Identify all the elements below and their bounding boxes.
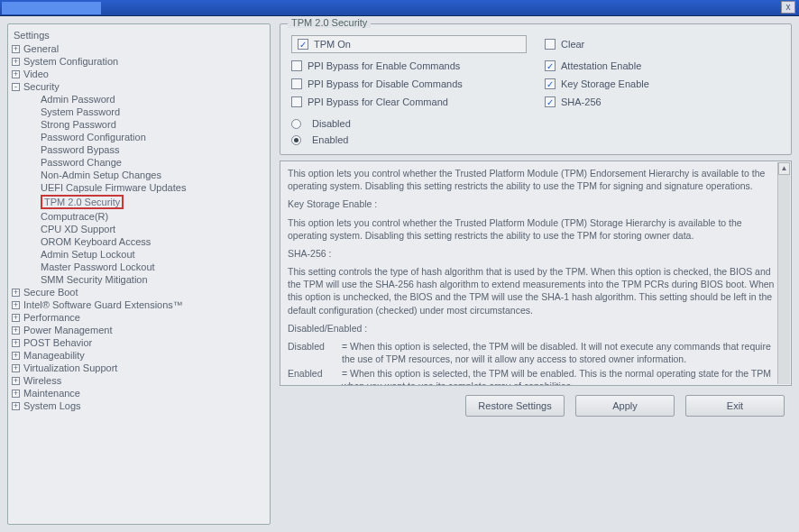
tree-item[interactable]: +Secure Boot [12,286,266,298]
tree-item[interactable]: +System Configuration [12,55,266,68]
tree-label: Secure Boot [23,287,78,298]
expand-icon[interactable]: + [12,377,20,385]
expand-icon[interactable]: + [12,402,20,410]
tree-subitem[interactable]: SMM Security Mitigation [41,273,266,286]
close-button[interactable]: x [781,1,795,14]
checkbox-option[interactable]: ✓Attestation Enable [545,60,780,71]
button-bar: Restore Settings Apply Exit [280,391,792,417]
main-area: Settings +General+System Configuration+V… [0,16,799,532]
tree-label: System Configuration [23,56,118,67]
expand-icon[interactable]: + [12,352,20,360]
tree-label: TPM 2.0 Security [41,195,124,209]
tree-label: System Logs [23,400,81,411]
tree-item-security[interactable]: - Security [12,80,266,93]
expand-icon[interactable]: + [12,58,20,66]
tree-label: UEFI Capsule Firmware Updates [41,182,186,193]
expand-icon[interactable]: + [12,45,20,53]
exit-button[interactable]: Exit [685,395,785,417]
collapse-icon[interactable]: - [12,83,20,91]
restore-settings-button[interactable]: Restore Settings [465,395,565,417]
tree-subitem[interactable]: Non-Admin Setup Changes [41,169,266,181]
expand-icon[interactable]: + [12,339,20,347]
tree-subitem[interactable]: Password Configuration [41,131,266,143]
expand-icon[interactable]: + [12,301,20,309]
tree-label: Strong Password [41,119,116,130]
titlebar-accent [2,2,101,14]
tree-item[interactable]: +General [12,42,266,55]
tree-label: Password Configuration [41,132,146,142]
desc-paragraph: This option lets you control whether the… [288,167,778,192]
tree-item[interactable]: +Manageability [12,349,266,362]
tree-subitem[interactable]: Strong Password [41,118,266,131]
checkbox-option[interactable]: ✓TPM On [291,35,527,53]
checkbox-icon[interactable] [545,39,556,50]
tree-label: Admin Setup Lockout [41,249,135,260]
option-label: Attestation Enable [561,60,641,71]
tree-item[interactable]: +System Logs [12,399,266,412]
tree-label: Master Password Lockout [41,261,155,272]
checkbox-icon[interactable]: ✓ [545,60,556,71]
tree-subitem-selected[interactable]: TPM 2.0 Security [41,194,266,210]
tree-label: Wireless [23,375,61,386]
tree-item[interactable]: +POST Behavior [12,336,266,349]
tree-subitem[interactable]: CPU XD Support [41,223,266,235]
radio-icon[interactable] [291,135,301,145]
tree-subitem[interactable]: Computrace(R) [41,210,266,223]
checkbox-icon[interactable] [291,96,302,107]
expand-icon[interactable]: + [12,289,20,297]
tree-label: Security [23,81,60,92]
checkbox-icon[interactable]: ✓ [545,96,556,107]
tree-label: Manageability [23,350,85,361]
checkbox-option[interactable]: PPI Bypass for Disable Commands [291,78,527,89]
checkbox-option[interactable]: PPI Bypass for Enable Commands [291,60,527,71]
checkbox-option[interactable]: PPI Bypass for Clear Command [291,96,527,107]
radio-option[interactable]: Disabled [291,118,780,129]
tree-label: OROM Keyboard Access [41,236,151,247]
checkbox-icon[interactable]: ✓ [545,78,556,89]
tree-subitem[interactable]: Password Change [41,156,266,169]
tree-label: Video [23,69,49,79]
tree-subitem[interactable]: System Password [41,105,266,118]
checkbox-icon[interactable] [291,78,302,89]
tree-subitem[interactable]: Admin Setup Lockout [41,248,266,261]
option-label: TPM On [314,39,351,50]
tree-subitem[interactable]: Password Bypass [41,143,266,156]
tree-label: General [23,43,59,54]
tree-subitem[interactable]: UEFI Capsule Firmware Updates [41,181,266,194]
tree-subitem[interactable]: Master Password Lockout [41,261,266,273]
expand-icon[interactable]: + [12,326,20,335]
checkbox-icon[interactable] [291,60,302,71]
tree-item[interactable]: +Video [12,68,266,80]
scroll-up-icon[interactable]: ▲ [778,162,790,175]
tree-item[interactable]: +Maintenance [12,387,266,399]
desc-heading: Disabled/Enabled : [288,322,778,335]
tree-subitem[interactable]: OROM Keyboard Access [41,235,266,248]
checkbox-option[interactable]: ✓SHA-256 [545,96,780,107]
desc-heading: Key Storage Enable : [288,197,778,210]
expand-icon[interactable]: + [12,70,20,78]
checkbox-option[interactable]: Clear [545,35,780,53]
option-label: Clear [561,39,584,50]
apply-button[interactable]: Apply [575,395,675,417]
expand-icon[interactable]: + [12,314,20,322]
scrollbar[interactable]: ▲ [777,162,790,384]
expand-icon[interactable]: + [12,390,20,398]
expand-icon[interactable]: + [12,364,20,372]
radio-icon[interactable] [291,119,301,129]
tpm-security-fieldset: TPM 2.0 Security ✓TPM OnClearPPI Bypass … [280,23,792,155]
tree-item[interactable]: +Wireless [12,374,266,387]
tree-item[interactable]: +Performance [12,311,266,324]
checkbox-option[interactable]: ✓Key Storage Enable [545,78,780,89]
tree-item[interactable]: +Virtualization Support [12,362,266,374]
option-label: PPI Bypass for Disable Commands [308,78,463,89]
tree-subitem[interactable]: Admin Password [41,93,266,105]
tree-item[interactable]: +Intel® Software Guard Extensions™ [12,298,266,311]
tree-label: Password Bypass [41,144,119,155]
tree-label: Maintenance [23,388,80,399]
checkbox-icon[interactable]: ✓ [298,39,308,50]
radio-option[interactable]: Enabled [291,134,780,145]
tree-item[interactable]: +Power Management [12,324,266,336]
option-label: PPI Bypass for Enable Commands [308,60,460,71]
tree-label: Power Management [23,325,112,335]
option-label: Key Storage Enable [561,78,649,89]
